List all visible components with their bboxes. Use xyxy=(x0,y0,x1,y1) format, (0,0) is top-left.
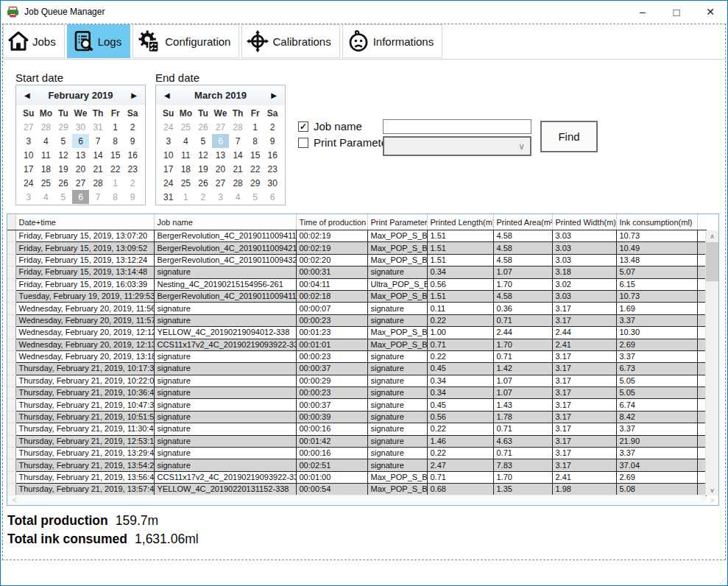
calendar-day[interactable]: 28 xyxy=(229,120,247,134)
calendar-day[interactable]: 1 xyxy=(177,190,195,204)
table-cell[interactable]: signature xyxy=(154,303,296,314)
calendar-day[interactable]: 19 xyxy=(54,162,72,176)
calendar-day[interactable]: 27 xyxy=(20,120,38,134)
calendar-day[interactable]: 4 xyxy=(229,190,247,204)
calendar-day[interactable]: 5 xyxy=(54,134,72,148)
calendar-day[interactable]: 31 xyxy=(89,120,107,134)
table-cell[interactable]: Wednesday, February 20, 2019, 12:13:48 xyxy=(15,339,154,350)
table-cell[interactable]: Wednesday, February 20, 2019, 13:18:13 xyxy=(15,350,154,362)
row-header-cell[interactable] xyxy=(7,303,15,314)
table-cell[interactable]: Friday, February 15, 2019, 16:03:39 xyxy=(15,278,154,290)
table-row[interactable]: Wednesday, February 20, 2019, 11:57:53si… xyxy=(7,314,707,326)
table-cell[interactable]: Max_POP_S_Bi xyxy=(367,484,427,495)
row-header-cell[interactable] xyxy=(7,375,15,386)
calendar-day[interactable]: 1 xyxy=(247,120,264,134)
table-cell[interactable]: Thursday, February 21, 2019, 13:54:26 xyxy=(15,459,154,471)
table-cell[interactable]: Thursday, February 21, 2019, 11:30:49 xyxy=(15,423,154,435)
table-cell[interactable]: 00:00:29 xyxy=(296,375,367,386)
row-header-cell[interactable] xyxy=(7,363,15,375)
table-cell[interactable]: 00:00:16 xyxy=(296,448,367,459)
row-header-cell[interactable] xyxy=(7,435,15,447)
table-cell[interactable]: 37.04 xyxy=(616,459,697,471)
table-cell[interactable]: signature xyxy=(367,350,427,362)
calendar-day[interactable]: 27 xyxy=(212,120,230,134)
table-cell[interactable]: Ultra_POP_S_Bi xyxy=(367,278,427,290)
horizontal-scrollbar[interactable]: < > xyxy=(7,495,706,505)
calendar-day[interactable]: 25 xyxy=(177,120,195,134)
calendar-day[interactable]: 8 xyxy=(247,134,264,148)
calendar-day[interactable]: 13 xyxy=(212,148,230,162)
vertical-scrollbar[interactable]: ∧ ∨ xyxy=(705,230,718,495)
table-cell[interactable]: 3.17 xyxy=(552,387,616,399)
calendar-day[interactable]: 18 xyxy=(38,162,55,176)
table-cell[interactable]: 3.37 xyxy=(616,314,697,326)
table-cell[interactable]: signature xyxy=(367,435,427,447)
column-header[interactable]: Job name xyxy=(154,214,296,230)
table-cell[interactable]: 1.35 xyxy=(493,484,552,495)
table-cell[interactable]: signature xyxy=(154,399,296,411)
table-cell[interactable]: 21.90 xyxy=(616,435,697,447)
scroll-up-icon[interactable]: ∧ xyxy=(706,230,718,241)
table-cell[interactable]: 6.15 xyxy=(616,278,697,290)
table-cell[interactable]: 5.05 xyxy=(616,387,697,399)
table-cell[interactable]: signature xyxy=(154,350,296,362)
table-cell[interactable]: 10.49 xyxy=(616,242,697,254)
calendar-day[interactable]: 12 xyxy=(54,148,72,162)
row-header-cell[interactable] xyxy=(7,387,15,399)
calendar-day[interactable]: 26 xyxy=(194,176,212,190)
table-cell[interactable]: 1.98 xyxy=(552,484,616,495)
table-cell[interactable]: 3.17 xyxy=(552,350,616,362)
table-cell[interactable]: 0.71 xyxy=(493,314,552,326)
calendar-day[interactable]: 11 xyxy=(177,148,195,162)
close-button[interactable]: ✕ xyxy=(693,1,727,23)
table-cell[interactable]: Tuesday, February 19, 2019, 11:29:53 xyxy=(15,290,154,302)
vertical-scroll-thumb[interactable] xyxy=(706,242,718,281)
calendar-day[interactable]: 20 xyxy=(72,162,90,176)
calendar-day[interactable]: 26 xyxy=(54,176,72,190)
table-cell[interactable]: Nesting_4C_20190215154956-261 xyxy=(154,278,296,290)
calendar-day[interactable]: 22 xyxy=(107,162,124,176)
table-cell[interactable]: 00:01:00 xyxy=(296,471,367,483)
table-cell[interactable]: 3.17 xyxy=(552,459,616,471)
table-cell[interactable]: 00:00:07 xyxy=(296,303,367,314)
table-cell[interactable]: 00:00:37 xyxy=(296,399,367,411)
column-header[interactable]: Print Parameter xyxy=(367,214,427,230)
table-cell[interactable]: 00:01:23 xyxy=(296,327,367,339)
table-cell[interactable]: 4.63 xyxy=(493,435,552,447)
table-cell[interactable]: Max_POP_S_Bi xyxy=(367,327,427,339)
table-cell[interactable]: signature xyxy=(154,314,296,326)
row-header-cell[interactable] xyxy=(7,290,15,302)
table-row[interactable]: Thursday, February 21, 2019, 10:36:49sig… xyxy=(7,387,707,399)
calendar-day[interactable]: 2 xyxy=(124,176,141,190)
table-cell[interactable]: 4.58 xyxy=(493,254,552,266)
table-row[interactable]: Wednesday, February 20, 2019, 13:18:13si… xyxy=(7,350,707,362)
table-row[interactable]: Thursday, February 21, 2019, 10:17:36sig… xyxy=(7,363,707,375)
table-cell[interactable]: 00:02:20 xyxy=(296,254,367,266)
table-cell[interactable]: signature xyxy=(154,266,296,278)
table-cell[interactable]: 0.68 xyxy=(427,484,493,495)
table-cell[interactable]: 2.41 xyxy=(552,339,616,350)
table-cell[interactable]: BergerRevolution_4C_20190110094119-165 xyxy=(154,230,296,242)
table-cell[interactable]: signature xyxy=(154,411,296,423)
calendar-day[interactable]: 13 xyxy=(72,148,90,162)
table-cell[interactable]: 3.03 xyxy=(552,230,616,242)
row-header-cell[interactable] xyxy=(7,339,15,350)
table-cell[interactable]: 3.17 xyxy=(552,303,616,314)
calendar-day[interactable]: 24 xyxy=(160,120,177,134)
table-cell[interactable]: 0.71 xyxy=(493,448,552,459)
table-cell[interactable]: 00:00:31 xyxy=(296,266,367,278)
row-header-cell[interactable] xyxy=(7,242,15,254)
calendar-day[interactable]: 18 xyxy=(177,162,195,176)
column-header[interactable]: Printed Area(m²) xyxy=(493,214,552,230)
calendar-day[interactable]: 28 xyxy=(229,176,247,190)
table-cell[interactable]: signature xyxy=(154,423,296,435)
calendar-day[interactable]: 2 xyxy=(194,190,212,204)
table-cell[interactable]: Thursday, February 21, 2019, 10:51:51 xyxy=(15,411,154,423)
print-parameter-checkbox[interactable] xyxy=(298,138,308,148)
calendar-day[interactable]: 25 xyxy=(177,176,195,190)
table-cell[interactable]: 0.71 xyxy=(493,423,552,435)
column-header[interactable]: Ink consumption(ml) xyxy=(616,214,697,230)
prev-month-icon[interactable]: ◀ xyxy=(164,91,170,99)
table-cell[interactable]: 5.07 xyxy=(616,266,697,278)
print-parameter-dropdown[interactable]: ∨ xyxy=(383,136,531,156)
